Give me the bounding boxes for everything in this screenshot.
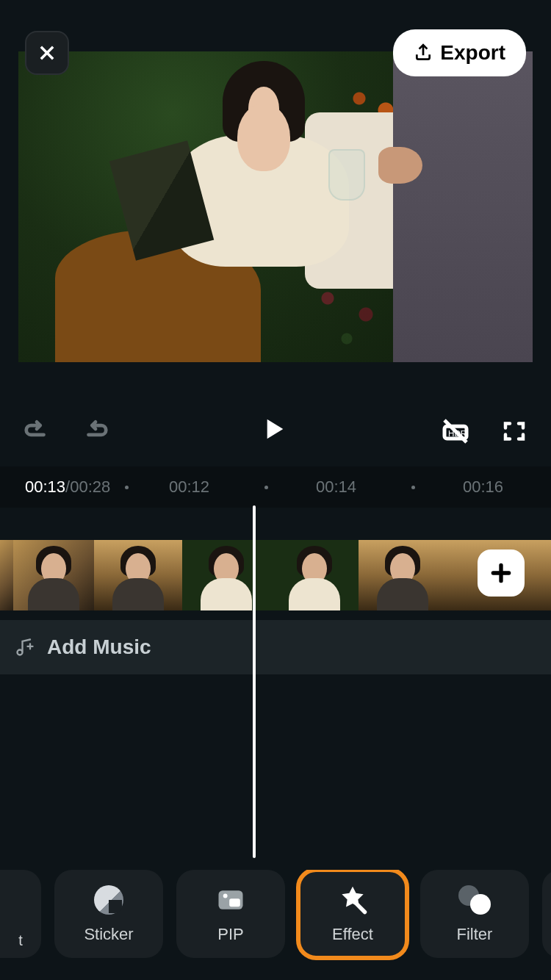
tool-label: Sticker <box>84 925 133 944</box>
magic-wand-icon <box>336 883 369 917</box>
timecode-current: 00:13 <box>25 478 65 497</box>
svg-rect-3 <box>229 898 240 907</box>
add-music-label: Add Music <box>47 635 151 659</box>
timeline-thumb[interactable] <box>94 540 182 610</box>
playhead[interactable] <box>253 505 256 858</box>
ruler-dot <box>125 486 129 489</box>
timeline-thumb[interactable] <box>359 540 447 610</box>
plus-icon <box>489 561 513 585</box>
preview-frame <box>18 51 533 362</box>
hdr-off-icon: HDR <box>441 417 470 446</box>
music-plus-icon <box>15 637 35 657</box>
sticker-icon <box>94 885 123 915</box>
redo-icon <box>82 417 109 445</box>
ruler-label: 00:16 <box>463 478 503 497</box>
close-icon <box>37 43 57 63</box>
tool-adjust[interactable]: A <box>542 870 551 958</box>
filter-icon <box>458 885 491 915</box>
bottom-toolbar: t Sticker PIP Effect Filter A <box>0 870 551 965</box>
timeline-clip-strip[interactable] <box>0 540 551 610</box>
fullscreen-icon <box>501 418 527 444</box>
timecode-total: 00:28 <box>70 478 110 497</box>
tool-label: PIP <box>217 925 243 944</box>
close-button[interactable] <box>25 31 69 75</box>
timeline-thumb[interactable] <box>182 540 270 610</box>
timeline-thumb[interactable] <box>0 540 13 610</box>
export-button[interactable]: Export <box>393 29 526 76</box>
tool-effect[interactable]: Effect <box>298 870 407 958</box>
ruler-dot <box>264 486 268 489</box>
add-music-button[interactable]: Add Music <box>0 620 551 674</box>
export-label: Export <box>440 41 505 65</box>
time-ruler[interactable]: 00:13/00:28 00:12 00:14 00:16 <box>0 466 551 508</box>
timeline-thumb[interactable] <box>13 540 94 610</box>
pip-icon <box>215 884 247 916</box>
undo-button[interactable] <box>22 417 51 446</box>
top-bar: Export <box>0 29 551 76</box>
add-clip-button[interactable] <box>478 550 525 597</box>
tool-filter[interactable]: Filter <box>420 870 529 958</box>
tool-text[interactable]: t <box>0 870 41 958</box>
video-editor-app: Export <box>0 0 551 980</box>
undo-icon <box>23 417 51 445</box>
fullscreen-button[interactable] <box>500 417 529 446</box>
play-icon <box>259 414 288 444</box>
tool-label: t <box>18 932 23 949</box>
hdr-toggle-button[interactable]: HDR <box>441 417 470 446</box>
play-button[interactable] <box>259 414 292 448</box>
timeline-thumb[interactable] <box>270 540 359 610</box>
ruler-dot <box>411 486 415 489</box>
tool-label: Filter <box>457 925 493 944</box>
tool-pip[interactable]: PIP <box>176 870 285 958</box>
ruler-marks: 00:12 00:14 00:16 <box>125 466 551 508</box>
export-icon <box>414 43 433 62</box>
svg-point-4 <box>223 894 228 898</box>
tool-sticker[interactable]: Sticker <box>54 870 163 958</box>
tool-label: Effect <box>332 925 373 944</box>
redo-button[interactable] <box>81 417 110 446</box>
ruler-label: 00:12 <box>169 478 209 497</box>
video-preview[interactable] <box>18 51 533 362</box>
ruler-label: 00:14 <box>316 478 356 497</box>
playback-controls: HDR <box>0 402 551 461</box>
